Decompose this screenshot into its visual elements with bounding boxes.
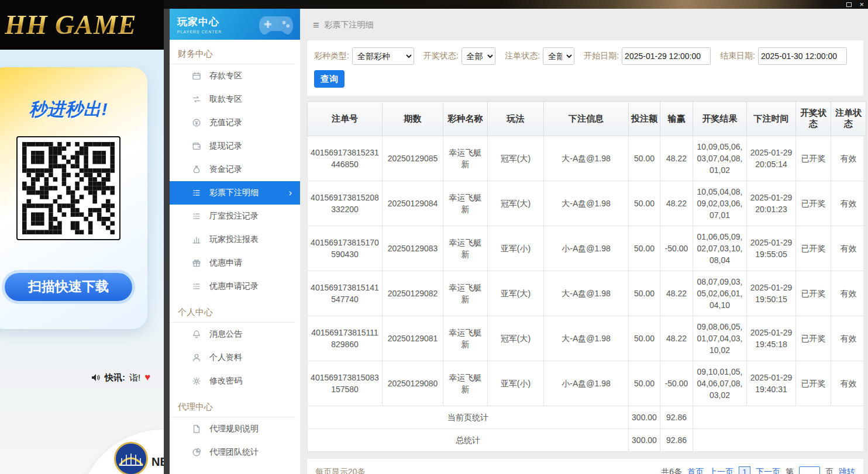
- query-button[interactable]: 查询: [314, 70, 345, 88]
- sidebar-item[interactable]: 存款专区: [170, 64, 300, 88]
- sidebar-item[interactable]: 修改密码: [170, 369, 300, 393]
- table-cell: 20250129085: [383, 136, 443, 181]
- current-page-badge[interactable]: 1: [739, 466, 750, 474]
- site-logo-bar: HH GAME: [0, 0, 164, 50]
- start-date-input[interactable]: [622, 47, 711, 65]
- close-icon[interactable]: ×: [859, 2, 864, 8]
- prev-page-link[interactable]: 上一页: [709, 467, 733, 474]
- summary-winloss-total: 92.86: [660, 406, 693, 429]
- table-cell: 已开奖: [796, 271, 831, 316]
- sidebar-item[interactable]: 提现记录: [170, 134, 300, 158]
- end-date-label: 结束日期:: [720, 51, 755, 61]
- total-count: 共6条: [661, 467, 682, 474]
- sidebar-item-label: 彩票下注明细: [209, 188, 259, 198]
- table-cell: 幸运飞艇新: [443, 316, 488, 361]
- table-cell: 幸运飞艇新: [443, 361, 488, 406]
- first-page-link[interactable]: 首页: [687, 467, 704, 474]
- jump-button[interactable]: 跳转: [839, 467, 855, 474]
- page-size-text: 每页显示20条: [315, 467, 366, 474]
- sidebar-item[interactable]: 代理团队统计: [170, 441, 300, 464]
- table-cell: 2025-01-29 19:40:31: [747, 361, 796, 406]
- sidebar-item[interactable]: 取款专区: [170, 88, 300, 111]
- sidebar-item-label: 资金记录: [209, 164, 242, 175]
- news-ticker[interactable]: 快讯: 诣! ♥: [0, 367, 164, 388]
- next-page-link[interactable]: 下一页: [756, 467, 780, 474]
- table-cell: 有效: [831, 181, 866, 226]
- coin-icon: [192, 118, 202, 127]
- table-cell: 大-A盘@1.98: [544, 271, 629, 316]
- table-cell: 2025-01-29 19:50:15: [747, 271, 796, 316]
- lottery-type-label: 彩种类型:: [314, 51, 349, 61]
- table-cell: 已开奖: [796, 361, 831, 406]
- sidebar-item[interactable]: 彩票下注明细›: [170, 181, 300, 205]
- list-icon: [192, 188, 202, 198]
- table-cell: 冠军(大): [488, 316, 544, 361]
- sidebar-item[interactable]: 消息公告: [170, 323, 300, 346]
- sidebar-item[interactable]: 代理规则说明: [170, 417, 300, 441]
- sidebar-item-label: 提现记录: [209, 141, 242, 151]
- main-content: ≡ 彩票下注明细 彩种类型: 全部彩种 开奖状态: 全部 注单状态:: [300, 9, 868, 474]
- draw-status-label: 开奖状态:: [423, 51, 459, 61]
- summary-row: 总统计300.0092.86: [308, 429, 866, 452]
- table-cell: 20250129084: [383, 181, 443, 226]
- draw-status-select[interactable]: 全部: [461, 47, 496, 65]
- table-cell: 10,05,04,08,09,02,03,06,07,01: [693, 181, 747, 226]
- chevron-right-icon: ›: [289, 188, 300, 198]
- bet-status-select[interactable]: 全部: [543, 47, 574, 65]
- table-row[interactable]: 40156917381514154774020250129082幸运飞艇新亚军(…: [308, 271, 866, 316]
- nba-card[interactable]: NB: [78, 430, 164, 474]
- nba-team-logo-icon: [114, 442, 148, 474]
- scan-download-button[interactable]: 扫描快速下载: [5, 273, 132, 301]
- sidebar-header: 玩家中心 PLAYERS CENTER: [170, 9, 300, 40]
- lottery-type-select[interactable]: 全部彩种: [352, 47, 414, 65]
- sidebar-item-label: 修改密码: [209, 376, 242, 386]
- window-controls: ×: [846, 1, 864, 8]
- end-date-input[interactable]: [758, 47, 847, 65]
- table-cell: 有效: [831, 271, 866, 316]
- table-header-row: 注单号期数彩种名称玩法下注信息投注额输赢开奖结果下注时间开奖状态注单状态: [308, 102, 866, 136]
- table-row[interactable]: 40156917381508315758020250129080幸运飞艇新亚军(…: [308, 361, 866, 406]
- players-center-modal: 玩家中心 PLAYERS CENTER 财务中心存款专区取款专区充值记录提现记录…: [170, 9, 868, 474]
- table-row[interactable]: 40156917381517059043020250129083幸运飞艇新亚军(…: [308, 226, 866, 271]
- sidebar-item[interactable]: 厅室投注记录: [170, 205, 300, 228]
- pager: 共6条 首页 上一页 1 下一页 第 页 跳转: [661, 466, 855, 474]
- bell-icon: [192, 330, 202, 339]
- sidebar-item-label: 代理团队统计: [209, 447, 259, 458]
- table-cell: 2025-01-29 20:01:23: [747, 181, 796, 226]
- table-cell: 2025-01-29 19:55:05: [747, 226, 796, 271]
- column-header: 开奖结果: [693, 102, 747, 136]
- background-page: HH GAME 秒进秒出! 扫描快速下载 快讯: 诣! ♥ NB: [0, 0, 164, 474]
- list-icon: [192, 282, 202, 291]
- site-logo[interactable]: HH GAME: [5, 9, 137, 40]
- table-row[interactable]: 40156917381511182986020250129081幸运飞艇新冠军(…: [308, 316, 866, 361]
- maximize-icon[interactable]: [846, 2, 852, 7]
- sidebar-item[interactable]: 个人资料: [170, 346, 300, 369]
- menu-icon[interactable]: ≡: [313, 21, 319, 29]
- sidebar-item[interactable]: 玩家投注报表: [170, 228, 300, 251]
- sidebar-item[interactable]: 优惠申请记录: [170, 275, 300, 298]
- table-cell: 08,07,09,03,05,02,06,01,04,10: [693, 271, 747, 316]
- table-row[interactable]: 40156917381523144685020250129085幸运飞艇新冠军(…: [308, 136, 866, 181]
- column-header: 注单号: [308, 102, 383, 136]
- promo-slogan: 秒进秒出!: [0, 98, 147, 122]
- summary-row: 当前页统计300.0092.86: [308, 406, 866, 429]
- report-icon: [192, 235, 202, 244]
- section-label: 代理中心: [170, 393, 295, 417]
- summary-label: 当前页统计: [308, 406, 629, 429]
- table-cell: 20250129082: [383, 271, 443, 316]
- table-cell: 50.00: [629, 316, 660, 361]
- table-cell: 09,10,01,05,04,06,07,08,03,02: [693, 361, 747, 406]
- jump-page-input[interactable]: [799, 466, 820, 474]
- sidebar-nav: 财务中心存款专区取款专区充值记录提现记录资金记录彩票下注明细›厅室投注记录玩家投…: [170, 40, 300, 464]
- table-row[interactable]: 40156917381520833220020250129084幸运飞艇新冠军(…: [308, 181, 866, 226]
- wallet-icon: [192, 141, 202, 151]
- sidebar-item-label: 优惠申请记录: [209, 281, 259, 292]
- sidebar-item-label: 代理规则说明: [209, 424, 259, 434]
- column-header: 期数: [383, 102, 443, 136]
- sidebar-item[interactable]: 充值记录: [170, 111, 300, 134]
- column-header: 玩法: [488, 102, 544, 136]
- sidebar-item[interactable]: 资金记录: [170, 158, 300, 181]
- table-cell: 50.00: [629, 181, 660, 226]
- sidebar-item[interactable]: 优惠申请: [170, 251, 300, 275]
- ticker-label: 快讯:: [105, 372, 125, 383]
